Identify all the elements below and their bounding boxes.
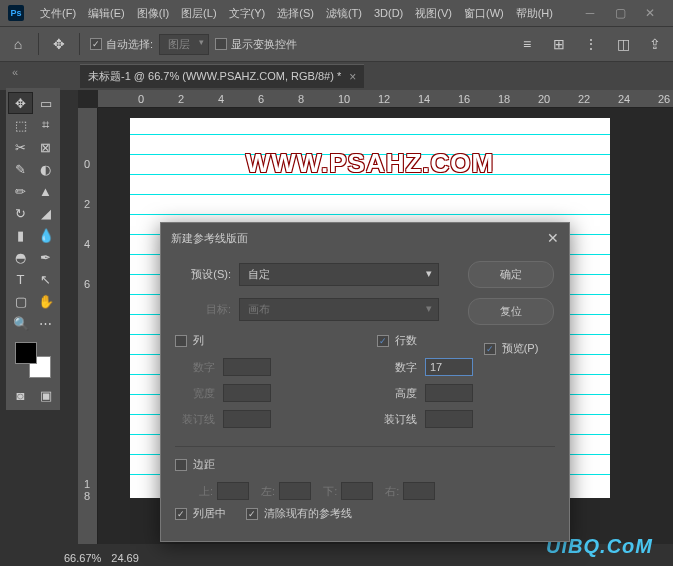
row-gutter-label: 装订线: [377, 412, 417, 427]
lasso-tool[interactable]: ⌗: [33, 114, 58, 136]
col-number-input: [223, 358, 271, 376]
dialog-title: 新建参考线版面: [171, 231, 248, 246]
status-info: 24.69: [111, 552, 139, 564]
auto-select-label: 自动选择:: [106, 37, 153, 52]
maximize-button[interactable]: ▢: [605, 3, 635, 23]
align-icon-1[interactable]: ≡: [517, 34, 537, 54]
zoom-tool[interactable]: 🔍: [8, 312, 33, 334]
preview-checkbox[interactable]: 预览(P): [484, 341, 539, 356]
crop-tool[interactable]: ✂: [8, 136, 33, 158]
screen-mode-tool[interactable]: ▣: [33, 384, 58, 406]
blur-tool[interactable]: 💧: [33, 224, 58, 246]
columns-checkbox[interactable]: 列: [175, 333, 353, 348]
preset-dropdown[interactable]: 自定: [239, 263, 439, 286]
options-bar: ⌂ ✥ 自动选择: 图层 显示变换控件 ≡ ⊞ ⋮ ◫ ⇪: [0, 26, 673, 62]
col-gutter-input: [223, 410, 271, 428]
artboard-tool[interactable]: ▭: [33, 92, 58, 114]
document-tab[interactable]: 未标题-1 @ 66.7% (WWW.PSAHZ.COM, RGB/8#) * …: [80, 64, 364, 88]
row-number-input[interactable]: [425, 358, 473, 376]
panel-collapse-icon[interactable]: «: [12, 66, 18, 78]
eraser-tool[interactable]: ◢: [33, 202, 58, 224]
col-gutter-label: 装订线: [175, 412, 215, 427]
align-icon-3[interactable]: ⋮: [581, 34, 601, 54]
marquee-tool[interactable]: ⬚: [8, 114, 33, 136]
preset-label: 预设(S):: [175, 267, 231, 282]
dodge-tool[interactable]: ◓: [8, 246, 33, 268]
window-controls: ─ ▢ ✕: [575, 3, 665, 23]
menu-image[interactable]: 图像(I): [131, 6, 175, 21]
tool-preset-icon[interactable]: ⌂: [8, 34, 28, 54]
dialog-titlebar[interactable]: 新建参考线版面 ✕: [161, 223, 569, 253]
share-icon[interactable]: ⇪: [645, 34, 665, 54]
shape-tool[interactable]: ▢: [8, 290, 33, 312]
col-number-label: 数字: [175, 360, 215, 375]
watermark: WWW.PSAHZ.COM: [246, 148, 494, 179]
healing-tool[interactable]: ◐: [33, 158, 58, 180]
app-icon: Ps: [8, 5, 24, 21]
margin-left-input: [279, 482, 311, 500]
row-number-label: 数字: [377, 360, 417, 375]
row-height-label: 高度: [377, 386, 417, 401]
clear-existing-checkbox[interactable]: 清除现有的参考线: [246, 506, 352, 521]
history-brush-tool[interactable]: ↻: [8, 202, 33, 224]
eyedropper-tool[interactable]: ✎: [8, 158, 33, 180]
menu-3d[interactable]: 3D(D): [368, 7, 409, 19]
target-dropdown: 画布: [239, 298, 439, 321]
menu-filter[interactable]: 滤镜(T): [320, 6, 368, 21]
menu-window[interactable]: 窗口(W): [458, 6, 510, 21]
document-tab-bar: 未标题-1 @ 66.7% (WWW.PSAHZ.COM, RGB/8#) * …: [0, 62, 673, 90]
reset-button[interactable]: 复位: [468, 298, 554, 325]
align-icon-2[interactable]: ⊞: [549, 34, 569, 54]
titlebar: Ps 文件(F) 编辑(E) 图像(I) 图层(L) 文字(Y) 选择(S) 滤…: [0, 0, 673, 26]
move-tool-icon[interactable]: ✥: [49, 34, 69, 54]
menu-view[interactable]: 视图(V): [409, 6, 458, 21]
minimize-button[interactable]: ─: [575, 3, 605, 23]
quick-mask-tool[interactable]: ◙: [8, 384, 33, 406]
ruler-vertical[interactable]: 02461 8: [78, 108, 98, 544]
auto-select-checkbox[interactable]: 自动选择:: [90, 37, 153, 52]
type-tool[interactable]: T: [8, 268, 33, 290]
menu-type[interactable]: 文字(Y): [223, 6, 272, 21]
col-width-input: [223, 384, 271, 402]
col-width-label: 宽度: [175, 386, 215, 401]
margin-bottom-input: [341, 482, 373, 500]
zoom-level[interactable]: 66.67%: [64, 552, 101, 564]
target-label: 目标:: [175, 302, 231, 317]
margin-right-input: [403, 482, 435, 500]
move-tool[interactable]: ✥: [8, 92, 33, 114]
margin-top-input: [217, 482, 249, 500]
ok-button[interactable]: 确定: [468, 261, 554, 288]
path-tool[interactable]: ↖: [33, 268, 58, 290]
margin-checkbox[interactable]: 边距: [175, 457, 555, 472]
edit-toolbar[interactable]: ⋯: [33, 312, 58, 334]
color-swatches[interactable]: [11, 340, 55, 380]
center-columns-checkbox[interactable]: 列居中: [175, 506, 226, 521]
menu-edit[interactable]: 编辑(E): [82, 6, 131, 21]
hand-tool[interactable]: ✋: [33, 290, 58, 312]
row-height-input[interactable]: [425, 384, 473, 402]
3d-icon[interactable]: ◫: [613, 34, 633, 54]
brush-tool[interactable]: ✏: [8, 180, 33, 202]
menu-help[interactable]: 帮助(H): [510, 6, 559, 21]
auto-select-dropdown[interactable]: 图层: [159, 34, 209, 55]
close-tab-icon[interactable]: ×: [349, 70, 356, 84]
frame-tool[interactable]: ⊠: [33, 136, 58, 158]
tools-panel: ✥▭ ⬚⌗ ✂⊠ ✎◐ ✏▲ ↻◢ ▮💧 ◓✒ T↖ ▢✋ 🔍⋯ ◙▣: [6, 88, 60, 410]
ruler-horizontal[interactable]: 02468101214161820222426: [98, 90, 673, 108]
menu-select[interactable]: 选择(S): [271, 6, 320, 21]
pen-tool[interactable]: ✒: [33, 246, 58, 268]
dialog-close-button[interactable]: ✕: [547, 230, 559, 246]
menu-layer[interactable]: 图层(L): [175, 6, 222, 21]
show-transform-checkbox[interactable]: 显示变换控件: [215, 37, 297, 52]
show-transform-label: 显示变换控件: [231, 37, 297, 52]
new-guide-layout-dialog: 新建参考线版面 ✕ 确定 复位 预览(P) 预设(S): 自定 目标: 画布 列…: [160, 222, 570, 542]
row-gutter-input[interactable]: [425, 410, 473, 428]
status-bar: 66.67% 24.69: [64, 552, 139, 564]
close-button[interactable]: ✕: [635, 3, 665, 23]
document-tab-label: 未标题-1 @ 66.7% (WWW.PSAHZ.COM, RGB/8#) *: [88, 69, 341, 84]
stamp-tool[interactable]: ▲: [33, 180, 58, 202]
menu-file[interactable]: 文件(F): [34, 6, 82, 21]
gradient-tool[interactable]: ▮: [8, 224, 33, 246]
